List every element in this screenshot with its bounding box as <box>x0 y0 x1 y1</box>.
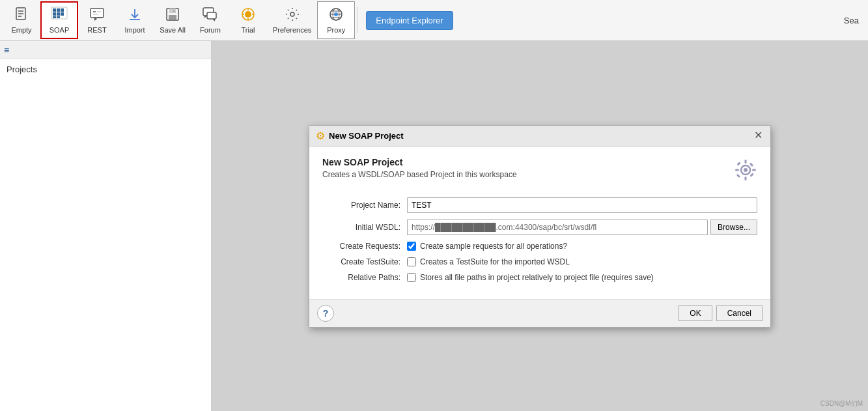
saveall-icon <box>165 7 180 25</box>
project-name-input[interactable] <box>407 197 757 213</box>
toolbar-btn-rest[interactable]: REST <box>78 1 116 39</box>
rest-label: REST <box>87 26 106 34</box>
svg-rect-22 <box>169 15 176 20</box>
preferences-icon <box>285 7 300 25</box>
svg-rect-21 <box>169 8 176 13</box>
endpoint-explorer-button[interactable]: Endpoint Explorer <box>366 11 453 30</box>
svg-rect-45 <box>735 169 739 171</box>
create-requests-label: Create Requests: <box>322 242 407 251</box>
initial-wsdl-row: Initial WSDL: Browse... <box>322 220 757 235</box>
svg-rect-8 <box>53 12 56 16</box>
dialog-title-icon: ⚙ <box>316 130 325 142</box>
svg-rect-48 <box>749 162 753 166</box>
dialog-footer: ? OK Cancel <box>309 300 770 327</box>
svg-rect-9 <box>57 12 60 16</box>
forum-label: Forum <box>200 26 221 34</box>
create-requests-text: Create sample requests for all operation… <box>420 242 567 251</box>
create-testsuite-label: Create TestSuite: <box>322 257 407 266</box>
svg-rect-5 <box>53 8 56 12</box>
create-testsuite-row: Create TestSuite: Creates a TestSuite fo… <box>322 257 757 266</box>
main-area: ≡ Projects ⚙ New SOAP Project ✕ New SOAP… <box>0 41 868 411</box>
create-requests-checkbox-row: Create sample requests for all operation… <box>407 242 567 251</box>
search-area: Sea <box>844 16 865 25</box>
trial-icon <box>240 7 256 25</box>
toolbar: Empty SOAP <box>0 0 868 41</box>
saveall-label: Save All <box>160 26 186 34</box>
svg-rect-13 <box>91 8 104 18</box>
cancel-button[interactable]: Cancel <box>716 305 763 321</box>
svg-rect-49 <box>749 173 753 177</box>
svg-rect-12 <box>57 16 60 18</box>
sidebar: ≡ Projects <box>0 41 212 411</box>
toolbar-btn-proxy[interactable]: Proxy <box>317 1 355 39</box>
create-testsuite-checkbox[interactable] <box>407 257 416 266</box>
dialog-gear-icon <box>734 158 757 186</box>
hamburger-icon[interactable]: ≡ <box>4 45 9 55</box>
new-soap-project-dialog: ⚙ New SOAP Project ✕ New SOAP Project Cr… <box>309 125 771 328</box>
svg-point-42 <box>744 168 748 172</box>
content-area: ⚙ New SOAP Project ✕ New SOAP Project Cr… <box>212 41 868 411</box>
project-name-row: Project Name: <box>322 197 757 213</box>
svg-rect-7 <box>61 8 64 12</box>
relative-paths-label: Relative Paths: <box>322 273 407 282</box>
svg-rect-47 <box>736 162 740 165</box>
proxy-icon <box>328 7 344 25</box>
svg-point-29 <box>245 11 251 18</box>
relative-paths-checkbox[interactable] <box>407 273 416 282</box>
svg-rect-43 <box>745 160 747 163</box>
soap-icon <box>50 7 68 25</box>
initial-wsdl-input[interactable] <box>407 220 708 235</box>
svg-rect-11 <box>53 16 56 18</box>
preferences-label: Preferences <box>273 26 311 34</box>
dialog-subtext: Creates a WSDL/SOAP based Project in thi… <box>322 170 517 179</box>
dialog-body: New SOAP Project Creates a WSDL/SOAP bas… <box>309 147 770 300</box>
toolbar-btn-empty[interactable]: Empty <box>3 1 40 39</box>
toolbar-btn-soap[interactable]: SOAP <box>40 1 78 39</box>
projects-label: Projects <box>0 59 211 79</box>
svg-rect-46 <box>752 169 756 171</box>
empty-label: Empty <box>11 26 31 34</box>
empty-icon <box>14 7 29 25</box>
create-testsuite-checkbox-row: Creates a TestSuite for the imported WSD… <box>407 257 570 266</box>
toolbar-btn-import[interactable]: Import <box>116 1 154 39</box>
dialog-heading: New SOAP Project <box>322 157 517 167</box>
svg-point-34 <box>290 12 294 16</box>
import-label: Import <box>124 26 145 34</box>
toolbar-btn-forum[interactable]: Forum <box>191 1 229 39</box>
svg-rect-6 <box>57 8 60 12</box>
dialog-close-button[interactable]: ✕ <box>753 130 764 141</box>
wsdl-input-row: Browse... <box>407 220 757 235</box>
svg-marker-27 <box>212 19 215 21</box>
svg-rect-50 <box>736 173 740 177</box>
rest-icon <box>89 7 105 25</box>
svg-rect-26 <box>207 12 216 19</box>
modal-overlay: ⚙ New SOAP Project ✕ New SOAP Project Cr… <box>212 41 868 411</box>
relative-paths-text: Stores all file paths in project relativ… <box>420 273 654 282</box>
toolbar-separator <box>357 7 358 33</box>
import-icon <box>127 7 143 25</box>
initial-wsdl-label: Initial WSDL: <box>322 223 407 232</box>
ok-button[interactable]: OK <box>679 305 712 321</box>
toolbar-btn-saveall[interactable]: Save All <box>154 1 191 39</box>
soap-label: SOAP <box>49 26 70 34</box>
search-label: Sea <box>844 16 859 25</box>
trial-label: Trial <box>242 26 255 34</box>
relative-paths-row: Relative Paths: Stores all file paths in… <box>322 273 757 282</box>
project-name-label: Project Name: <box>322 201 407 210</box>
forum-icon <box>202 7 219 25</box>
help-button[interactable]: ? <box>317 305 334 322</box>
sidebar-toolbar: ≡ <box>0 41 211 59</box>
svg-point-40 <box>334 12 338 16</box>
create-requests-checkbox[interactable] <box>407 242 416 251</box>
watermark: CSDN@M们M <box>820 399 863 408</box>
toolbar-btn-trial[interactable]: Trial <box>229 1 267 39</box>
toolbar-btn-preferences[interactable]: Preferences <box>267 1 317 39</box>
create-requests-row: Create Requests: Create sample requests … <box>322 242 757 251</box>
dialog-title-text: New SOAP Project <box>329 131 749 141</box>
proxy-label: Proxy <box>327 26 345 34</box>
relative-paths-checkbox-row: Stores all file paths in project relativ… <box>407 273 654 282</box>
browse-button[interactable]: Browse... <box>710 220 757 235</box>
create-testsuite-text: Creates a TestSuite for the imported WSD… <box>420 257 570 266</box>
svg-rect-44 <box>745 177 747 180</box>
dialog-titlebar: ⚙ New SOAP Project ✕ <box>309 126 770 147</box>
